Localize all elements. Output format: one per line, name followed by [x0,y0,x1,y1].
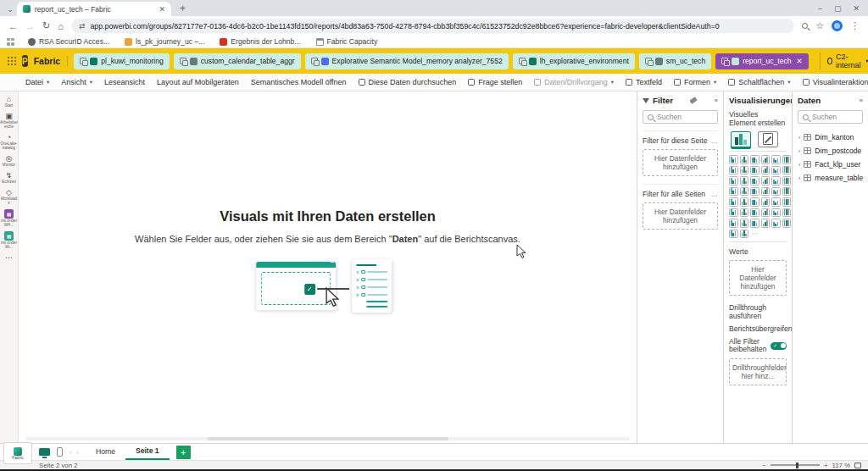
zoom-in-icon[interactable]: + [824,462,828,469]
url-bar[interactable]: ⇄ app.powerbi.com/groups/827177e7-0136-4… [71,19,794,33]
menu-item[interactable]: Layout auf Mobilgeräten ▾ [157,78,239,86]
data-field-row[interactable]: › measure_table [798,171,863,185]
menu-item[interactable]: Diese Daten durchsuchen ▾ [359,78,457,86]
nav-rail-item[interactable]: ▦ ms onderWH... [0,208,19,229]
visual-type-stacked-area-chart[interactable] [750,166,760,175]
menu-item[interactable]: Semantisches Modell öffnen ▾ [251,78,347,86]
prev-page-icon[interactable]: ‹ [70,448,72,457]
filter-dropzone[interactable]: Hier Datenfelder hinzufügen [643,149,718,176]
chevron-right-icon[interactable]: › [798,148,800,154]
visual-type-paginated-report[interactable] [740,219,749,228]
visual-type-stacked-bar-chart[interactable] [729,155,738,164]
visual-type-shape-map[interactable] [750,187,760,197]
menu-item[interactable]: Visualinteraktionen ▾ [803,78,868,86]
waffle-menu-icon[interactable] [8,57,16,65]
filter-dropzone[interactable]: Hier Datenfelder hinzufügen [643,202,718,230]
fabric-brand-label[interactable]: Fabric [34,56,69,66]
tab-close-icon[interactable]: ✕ [159,5,165,14]
visual-type-100-stacked-bar-chart[interactable] [771,155,781,164]
visual-type-multi-row-card[interactable] [729,197,738,207]
sensitivity-label[interactable]: C2-internal ▾ [820,53,868,69]
data-field-row[interactable]: › Fact_klp_user [798,158,863,171]
fabric-tab[interactable]: Explorative Semantic Model_memory analyz… [305,53,509,69]
menu-item[interactable]: Schaltflächen ▾ [728,78,790,86]
visual-type-azure-map[interactable] [761,187,771,197]
visual-type-python-visual[interactable] [740,208,749,218]
canvas-horizontal-scrollbar[interactable] [25,437,630,441]
more-options-icon[interactable]: … [710,136,718,145]
visual-type-100-stacked-column-chart[interactable] [782,155,792,164]
bookmark-item[interactable]: Fabric Capacity [316,37,378,46]
tab-close-icon[interactable]: ✕ [797,57,803,65]
visual-type-decomposition-tree[interactable] [761,208,771,218]
browser-profile-avatar[interactable] [832,20,843,31]
menu-item[interactable]: Datei ▾ [25,78,49,86]
fabric-tab[interactable]: report_uc_tech ✕ [715,53,808,69]
browser-tab[interactable]: report_uc_tech – Fabric ✕ [17,2,171,16]
visual-type-clustered-bar-chart[interactable] [750,155,760,164]
visual-type-scatter-chart[interactable] [750,176,760,186]
forward-icon[interactable]: → [25,21,35,31]
visual-type-arcgis-map[interactable] [750,219,760,228]
visual-type-gauge[interactable] [771,187,781,197]
visual-type-button[interactable] [729,230,738,239]
fabric-tab[interactable]: lh_explorative_environment ✕ [513,53,635,69]
menu-item[interactable]: Daten/Drillvorgang ▾ [534,78,614,86]
new-tab-button[interactable]: + [180,3,186,16]
visual-type-filled-map[interactable] [740,187,749,197]
visual-type-card[interactable] [782,187,792,197]
zoom-out-icon[interactable]: − [762,462,766,469]
window-close-button[interactable]: ✕ [853,4,860,13]
menu-item[interactable]: Formen ▾ [674,78,716,86]
drillthrough-dropzone[interactable]: Drillthroughfelder hier hinz... [729,358,787,385]
report-canvas[interactable]: Visuals mit Ihren Daten erstellen Wählen… [19,91,637,443]
zoom-slider[interactable] [771,464,820,466]
collapse-panel-icon[interactable]: » [860,97,863,104]
nav-rail-item[interactable]: ◔ OneLake-katalog [0,131,19,152]
data-search-input[interactable]: Suchen [798,110,863,124]
mobile-layout-icon[interactable] [57,447,63,457]
chevron-right-icon[interactable]: › [798,162,800,168]
nav-rail-item[interactable]: ◇ Workloads [0,186,19,207]
visual-type-pie-chart[interactable] [761,176,771,186]
fabric-logo-badge[interactable]: Fabric [3,442,32,464]
nav-rail-item[interactable]: ⋯ [0,252,19,263]
visual-type-r-script-visual[interactable] [729,208,738,218]
zoom-slider-knob[interactable] [796,463,798,468]
back-icon[interactable]: ← [8,21,18,31]
chevron-right-icon[interactable]: › [798,135,800,141]
nav-rail-item[interactable]: ↯ Echtzeit [0,169,19,186]
build-visual-button[interactable] [731,131,751,147]
zoom-search-icon[interactable] [802,23,808,29]
visual-type-table[interactable] [771,197,781,207]
browser-menu-icon[interactable]: ⋮ [850,20,860,31]
fabric-tab[interactable]: sm_uc_tech ✕ [639,53,711,69]
page-tab[interactable]: Seite 1 [125,444,170,460]
nav-rail-item[interactable]: ▦ ms onderWi... [0,230,19,251]
visual-type-donut-chart[interactable] [771,176,781,186]
nav-rail-item[interactable]: ◎ Monitor [0,152,19,169]
visual-type-line-and-stacked-column-chart[interactable] [761,166,771,175]
visual-type-kpi[interactable] [740,197,749,207]
visual-type-funnel-chart[interactable] [740,176,749,186]
visual-type-image[interactable] [740,230,749,239]
visual-type-metrics[interactable] [729,219,738,228]
visual-type-more-options[interactable]: ⋯ [750,230,760,239]
site-info-icon[interactable]: ⇄ [79,22,86,30]
visual-type-power-apps[interactable] [761,219,771,228]
visual-type-stacked-column-chart[interactable] [740,155,749,164]
bookmark-item[interactable]: Ergebnis der Lohnb... [220,37,300,46]
visual-type-power-automate[interactable] [771,219,781,228]
chevron-right-icon[interactable]: › [798,175,800,181]
more-options-icon[interactable]: … [710,190,718,198]
werte-dropzone[interactable]: Hier Datenfelder hinzufügen [729,260,787,296]
data-field-row[interactable]: › Dim_kanton [798,130,863,144]
visual-type-new-slicer[interactable] [761,197,771,207]
menu-item[interactable]: Ansicht ▾ [61,78,92,86]
visual-type-waterfall-chart[interactable] [729,176,738,186]
bookmark-star-icon[interactable]: ☆ [815,20,824,31]
add-page-button[interactable]: + [176,446,191,459]
nav-rail-item[interactable]: ▣ Arbeitsbereiche [0,110,19,130]
visual-type-line-and-clustered-column-chart[interactable] [771,166,781,175]
menu-item[interactable]: Textfeld ▾ [626,78,662,86]
